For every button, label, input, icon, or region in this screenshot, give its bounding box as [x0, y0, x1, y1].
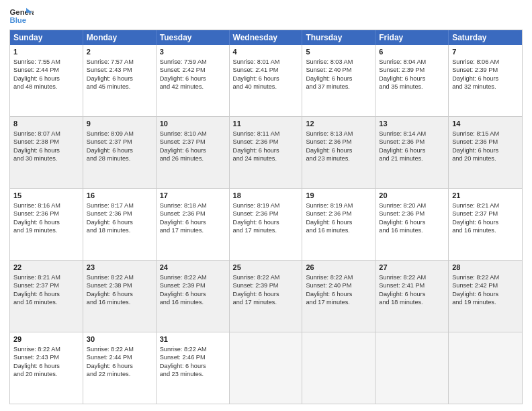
calendar: SundayMondayTuesdayWednesdayThursdayFrid…: [9, 30, 523, 404]
day-number: 18: [233, 191, 299, 201]
day-info-line: and 16 minutes.: [379, 226, 445, 234]
day-info-line: and 18 minutes.: [379, 298, 445, 306]
day-info-line: Daylight: 6 hours: [306, 75, 371, 83]
day-number: 12: [306, 119, 371, 129]
day-info-line: Sunset: 2:38 PM: [87, 281, 152, 289]
day-info-line: Daylight: 6 hours: [306, 146, 371, 154]
day-info-line: and 23 minutes.: [160, 370, 226, 378]
calendar-cell: 26Sunrise: 8:22 AMSunset: 2:40 PMDayligh…: [302, 261, 375, 332]
day-number: 10: [160, 119, 226, 129]
day-info-line: Daylight: 6 hours: [160, 146, 226, 154]
day-number: 1: [13, 47, 79, 57]
day-info-line: Sunset: 2:43 PM: [87, 66, 152, 74]
calendar-cell: 31Sunrise: 8:22 AMSunset: 2:46 PMDayligh…: [157, 332, 230, 404]
day-info-line: Sunset: 2:36 PM: [452, 138, 519, 146]
day-info-line: Sunrise: 8:22 AM: [379, 273, 445, 281]
day-info-line: Sunrise: 7:55 AM: [13, 58, 79, 66]
day-number: 13: [379, 119, 445, 129]
day-number: 6: [379, 47, 445, 57]
day-info-line: Sunset: 2:40 PM: [306, 66, 371, 74]
day-info-line: Sunrise: 8:19 AM: [233, 201, 299, 210]
day-info-line: and 17 minutes.: [160, 226, 226, 234]
day-info-line: and 19 minutes.: [13, 226, 79, 234]
header-day-sunday: Sunday: [10, 30, 83, 45]
day-info-line: Sunrise: 8:09 AM: [87, 130, 152, 138]
day-info-line: and 32 minutes.: [452, 83, 519, 91]
calendar-cell: 30Sunrise: 8:22 AMSunset: 2:44 PMDayligh…: [83, 332, 157, 404]
day-info-line: Sunrise: 8:22 AM: [233, 273, 299, 281]
day-info-line: and 16 minutes.: [306, 226, 371, 234]
day-info-line: and 19 minutes.: [452, 298, 519, 306]
day-info-line: Sunrise: 8:13 AM: [306, 130, 371, 138]
day-info-line: Daylight: 6 hours: [13, 290, 79, 298]
calendar-cell: 19Sunrise: 8:19 AMSunset: 2:36 PMDayligh…: [302, 189, 375, 260]
day-number: 28: [452, 263, 519, 273]
day-info-line: and 30 minutes.: [13, 154, 79, 163]
day-info-line: Sunset: 2:41 PM: [233, 66, 299, 74]
day-info-line: Daylight: 6 hours: [452, 290, 519, 298]
day-info-line: and 18 minutes.: [87, 226, 152, 234]
header-day-monday: Monday: [83, 30, 157, 45]
day-number: 26: [306, 263, 371, 273]
header-day-saturday: Saturday: [449, 30, 522, 45]
day-info-line: and 21 minutes.: [379, 154, 445, 163]
day-number: 29: [13, 334, 79, 345]
day-info-line: Daylight: 6 hours: [160, 218, 226, 226]
day-number: 20: [379, 191, 445, 201]
calendar-cell: 22Sunrise: 8:21 AMSunset: 2:37 PMDayligh…: [10, 261, 83, 332]
calendar-cell: [230, 332, 303, 404]
day-number: 17: [160, 191, 226, 201]
day-number: 31: [160, 334, 226, 345]
day-info-line: Sunrise: 8:06 AM: [452, 58, 519, 66]
day-info-line: Sunset: 2:36 PM: [87, 210, 152, 218]
day-info-line: Sunrise: 8:04 AM: [379, 58, 445, 66]
day-info-line: Sunset: 2:36 PM: [13, 210, 79, 218]
page: General Blue SundayMondayTuesdayWednesda…: [0, 0, 532, 411]
day-info-line: Sunrise: 8:16 AM: [13, 201, 79, 210]
day-info-line: Sunset: 2:37 PM: [160, 138, 226, 146]
day-info-line: Sunset: 2:36 PM: [233, 210, 299, 218]
day-info-line: Sunrise: 8:22 AM: [160, 273, 226, 281]
day-info-line: Sunrise: 8:17 AM: [87, 201, 152, 210]
calendar-cell: 8Sunrise: 8:07 AMSunset: 2:38 PMDaylight…: [10, 117, 83, 188]
day-number: 23: [87, 263, 152, 273]
day-number: 3: [160, 47, 226, 57]
day-info-line: Sunset: 2:39 PM: [452, 66, 519, 74]
day-info-line: and 28 minutes.: [87, 154, 152, 163]
day-info-line: Sunrise: 8:01 AM: [233, 58, 299, 66]
calendar-cell: 14Sunrise: 8:15 AMSunset: 2:36 PMDayligh…: [449, 117, 522, 188]
header: General Blue: [9, 7, 523, 26]
day-number: 30: [87, 334, 152, 345]
day-number: 16: [87, 191, 152, 201]
calendar-cell: 23Sunrise: 8:22 AMSunset: 2:38 PMDayligh…: [83, 261, 157, 332]
calendar-row-5: 29Sunrise: 8:22 AMSunset: 2:43 PMDayligh…: [10, 332, 522, 404]
logo: General Blue: [9, 7, 34, 26]
calendar-cell: 4Sunrise: 8:01 AMSunset: 2:41 PMDaylight…: [230, 45, 303, 116]
day-info-line: Sunrise: 8:03 AM: [306, 58, 371, 66]
calendar-row-2: 8Sunrise: 8:07 AMSunset: 2:38 PMDaylight…: [10, 116, 522, 188]
day-info-line: Sunset: 2:36 PM: [160, 210, 226, 218]
day-info-line: Sunrise: 8:22 AM: [160, 345, 226, 353]
day-info-line: Sunset: 2:39 PM: [160, 281, 226, 289]
calendar-cell: 13Sunrise: 8:14 AMSunset: 2:36 PMDayligh…: [375, 117, 449, 188]
day-info-line: Sunset: 2:46 PM: [160, 353, 226, 361]
day-info-line: Daylight: 6 hours: [13, 362, 79, 370]
day-info-line: and 45 minutes.: [87, 83, 152, 91]
day-info-line: Sunrise: 8:21 AM: [452, 201, 519, 210]
day-info-line: Sunrise: 7:59 AM: [160, 58, 226, 66]
header-day-friday: Friday: [375, 30, 449, 45]
day-info-line: Sunset: 2:39 PM: [379, 66, 445, 74]
day-info-line: Daylight: 6 hours: [233, 146, 299, 154]
day-info-line: Sunset: 2:40 PM: [306, 281, 371, 289]
day-info-line: and 26 minutes.: [160, 154, 226, 163]
calendar-cell: 10Sunrise: 8:10 AMSunset: 2:37 PMDayligh…: [157, 117, 230, 188]
day-info-line: Daylight: 6 hours: [87, 75, 152, 83]
day-info-line: Sunrise: 8:15 AM: [452, 130, 519, 138]
day-info-line: and 17 minutes.: [233, 226, 299, 234]
calendar-cell: 1Sunrise: 7:55 AMSunset: 2:44 PMDaylight…: [10, 45, 83, 116]
day-number: 22: [13, 263, 79, 273]
day-info-line: Sunrise: 8:22 AM: [87, 345, 152, 353]
day-number: 25: [233, 263, 299, 273]
calendar-cell: [375, 332, 449, 404]
day-info-line: Sunrise: 8:10 AM: [160, 130, 226, 138]
